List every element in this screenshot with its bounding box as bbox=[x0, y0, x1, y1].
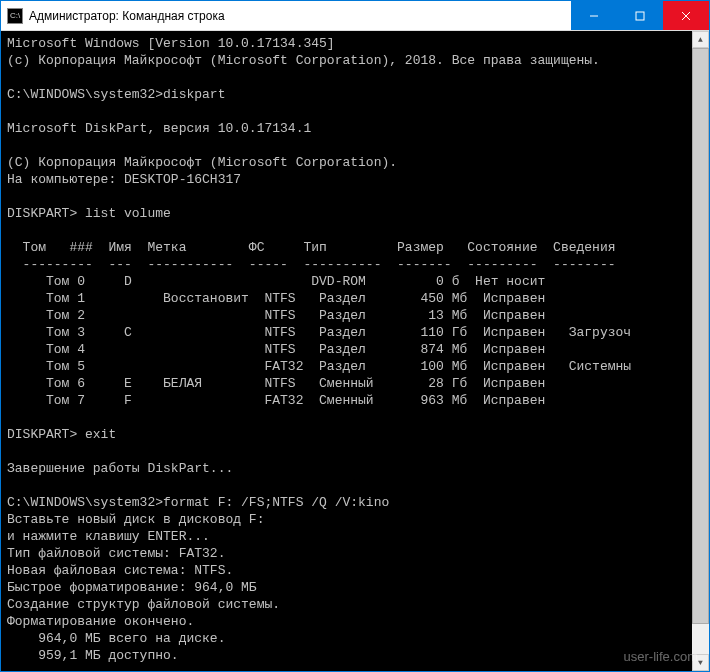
output-line: 959,1 МБ доступно. bbox=[7, 647, 686, 664]
command-prompt-window: C:\ Администратор: Командная строка Micr… bbox=[0, 0, 710, 672]
output-line bbox=[7, 69, 686, 86]
output-line: 964,0 МБ всего на диске. bbox=[7, 630, 686, 647]
output-line: Завершение работы DiskPart... bbox=[7, 460, 686, 477]
table-row: Том 4 NTFS Раздел 874 Мб Исправен bbox=[7, 341, 686, 358]
table-row: Том 3 C NTFS Раздел 110 Гб Исправен Загр… bbox=[7, 324, 686, 341]
output-line bbox=[7, 222, 686, 239]
window-title: Администратор: Командная строка bbox=[29, 9, 571, 23]
content-area: Microsoft Windows [Version 10.0.17134.34… bbox=[1, 31, 709, 671]
prompt-line: C:\WINDOWS\system32>diskpart bbox=[7, 86, 686, 103]
output-line: Быстрое форматирование: 964,0 МБ bbox=[7, 579, 686, 596]
prompt-line: DISKPART> list volume bbox=[7, 205, 686, 222]
terminal-output[interactable]: Microsoft Windows [Version 10.0.17134.34… bbox=[1, 31, 692, 671]
output-line bbox=[7, 443, 686, 460]
prompt-line: C:\WINDOWS\system32>format F: /FS;NTFS /… bbox=[7, 494, 686, 511]
scroll-thumb[interactable] bbox=[692, 48, 709, 624]
vertical-scrollbar[interactable]: ▲ ▼ bbox=[692, 31, 709, 671]
window-controls bbox=[571, 1, 709, 30]
output-line: Вставьте новый диск в дисковод F: bbox=[7, 511, 686, 528]
output-line bbox=[7, 137, 686, 154]
maximize-button[interactable] bbox=[617, 1, 663, 30]
output-line: Форматирование окончено. bbox=[7, 613, 686, 630]
output-line: Тип файловой системы: FAT32. bbox=[7, 545, 686, 562]
table-divider: --------- --- ----------- ----- --------… bbox=[7, 256, 686, 273]
table-row: Том 2 NTFS Раздел 13 Мб Исправен bbox=[7, 307, 686, 324]
app-icon: C:\ bbox=[7, 8, 23, 24]
output-line bbox=[7, 664, 686, 671]
table-row: Том 5 FAT32 Раздел 100 Мб Исправен Систе… bbox=[7, 358, 686, 375]
table-row: Том 6 E БЕЛАЯ NTFS Сменный 28 Гб Исправе… bbox=[7, 375, 686, 392]
table-row: Том 7 F FAT32 Сменный 963 Мб Исправен bbox=[7, 392, 686, 409]
table-row: Том 0 D DVD-ROM 0 б Нет носит bbox=[7, 273, 686, 290]
output-line: На компьютере: DESKTOP-16CH317 bbox=[7, 171, 686, 188]
prompt-line: DISKPART> exit bbox=[7, 426, 686, 443]
output-line: (C) Корпорация Майкрософт (Microsoft Cor… bbox=[7, 154, 686, 171]
output-line: (c) Корпорация Майкрософт (Microsoft Cor… bbox=[7, 52, 686, 69]
output-line bbox=[7, 409, 686, 426]
output-line bbox=[7, 477, 686, 494]
minimize-button[interactable] bbox=[571, 1, 617, 30]
output-line: Microsoft Windows [Version 10.0.17134.34… bbox=[7, 35, 686, 52]
output-line bbox=[7, 188, 686, 205]
titlebar[interactable]: C:\ Администратор: Командная строка bbox=[1, 1, 709, 31]
scroll-down-arrow-icon[interactable]: ▼ bbox=[692, 654, 709, 671]
table-header: Том ### Имя Метка ФС Тип Размер Состояни… bbox=[7, 239, 686, 256]
scroll-up-arrow-icon[interactable]: ▲ bbox=[692, 31, 709, 48]
output-line: Создание структур файловой системы. bbox=[7, 596, 686, 613]
close-button[interactable] bbox=[663, 1, 709, 30]
svg-rect-1 bbox=[636, 12, 644, 20]
output-line bbox=[7, 103, 686, 120]
output-line: Microsoft DiskPart, версия 10.0.17134.1 bbox=[7, 120, 686, 137]
output-line: и нажмите клавишу ENTER... bbox=[7, 528, 686, 545]
scroll-track[interactable] bbox=[692, 48, 709, 654]
output-line: Новая файловая система: NTFS. bbox=[7, 562, 686, 579]
table-row: Том 1 Восстановит NTFS Раздел 450 Мб Исп… bbox=[7, 290, 686, 307]
